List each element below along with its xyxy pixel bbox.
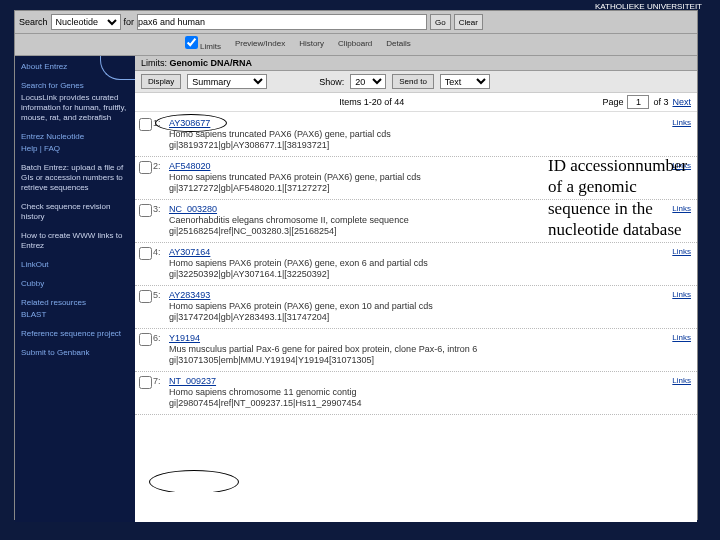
row-gi: gi|31747204|gb|AY283493.1|[31747204] (169, 312, 633, 322)
result-row: 5:AY283493Homo sapiens PAX6 protein (PAX… (135, 286, 697, 329)
display-button[interactable]: Display (141, 74, 181, 89)
search-input[interactable] (137, 14, 427, 30)
app-window: Search Nucleotide for Go Clear Limits Pr… (14, 10, 698, 520)
result-row: 1:AY308677Homo sapiens truncated PAX6 (P… (135, 114, 697, 157)
row-gi: gi|37127272|gb|AF548020.1|[37127272] (169, 183, 633, 193)
row-desc: Homo sapiens truncated PAX6 (PAX6) gene,… (169, 129, 633, 139)
results-list: 1:AY308677Homo sapiens truncated PAX6 (P… (135, 112, 697, 415)
row-gi: gi|25168254|ref|NC_003280.3|[25168254] (169, 226, 633, 236)
accession-link[interactable]: Y19194 (169, 333, 200, 343)
row-num: 3: (153, 204, 169, 236)
row-desc: Homo sapiens PAX6 protein (PAX6) gene, e… (169, 258, 633, 268)
sidebar-revhist[interactable]: Check sequence revision history (21, 202, 129, 222)
limits-label: Limits: (141, 58, 167, 68)
sendto-select[interactable]: Text (440, 74, 490, 89)
sidebar-linkout[interactable]: LinkOut (21, 260, 129, 270)
accession-link[interactable]: AY308677 (169, 118, 210, 128)
clear-button[interactable]: Clear (454, 14, 483, 30)
sidebar-refseq[interactable]: Reference sequence project (21, 329, 129, 339)
sidebar-related: Related resources (21, 298, 129, 308)
show-label: Show: (319, 77, 344, 87)
toolbar: Display Summary Show: 20 Send to Text (135, 71, 697, 93)
row-checkbox[interactable] (139, 118, 152, 131)
row-checkbox[interactable] (139, 290, 152, 303)
row-gi: gi|38193721|gb|AY308677.1|[38193721] (169, 140, 633, 150)
tab-history[interactable]: History (299, 39, 324, 48)
row-desc: Mus musculus partial Pax-6 gene for pair… (169, 344, 633, 354)
tab-clipboard[interactable]: Clipboard (338, 39, 372, 48)
sidebar-batch[interactable]: Batch Entrez: upload a file of GIs or ac… (21, 163, 129, 193)
accession-link[interactable]: NC_003280 (169, 204, 217, 214)
accession-link[interactable]: NT_009237 (169, 376, 216, 386)
row-checkbox[interactable] (139, 333, 152, 346)
links-link[interactable]: Links (672, 376, 691, 385)
next-link[interactable]: Next (672, 97, 691, 107)
tab-limits[interactable]: Limits (185, 36, 221, 51)
sidebar-help-faq[interactable]: Help | FAQ (21, 144, 129, 154)
row-desc: Caenorhabditis elegans chromosome II, co… (169, 215, 633, 225)
row-num: 7: (153, 376, 169, 408)
row-checkbox[interactable] (139, 247, 152, 260)
sidebar-search-genes-desc: LocusLink provides curated information f… (21, 93, 129, 123)
sidebar-cubby[interactable]: Cubby (21, 279, 129, 289)
row-num: 2: (153, 161, 169, 193)
links-link[interactable]: Links (672, 118, 691, 127)
accession-link[interactable]: AY283493 (169, 290, 210, 300)
row-gi: gi|29807454|ref|NT_009237.15|Hs11_299074… (169, 398, 633, 408)
pager: Items 1-20 of 44 Page of 3 Next (135, 93, 697, 112)
row-num: 1: (153, 118, 169, 150)
tab-preview[interactable]: Preview/Index (235, 39, 285, 48)
row-desc: Homo sapiens truncated PAX6 protein (PAX… (169, 172, 633, 182)
sidebar-wwwlinks[interactable]: How to create WWW links to Entrez (21, 231, 129, 251)
row-gi: gi|32250392|gb|AY307164.1|[32250392] (169, 269, 633, 279)
accession-link[interactable]: AF548020 (169, 161, 211, 171)
items-count: Items 1-20 of 44 (141, 97, 602, 107)
row-desc: Homo sapiens PAX6 protein (PAX6) gene, e… (169, 301, 633, 311)
sidebar-search-genes[interactable]: Search for Genes (21, 81, 129, 91)
links-link[interactable]: Links (672, 333, 691, 342)
result-row: 7:NT_009237Homo sapiens chromosome 11 ge… (135, 372, 697, 415)
sidebar-blast[interactable]: BLAST (21, 310, 129, 320)
sidebar-submit[interactable]: Submit to Genbank (21, 348, 129, 358)
result-row: 4:AY307164Homo sapiens PAX6 protein (PAX… (135, 243, 697, 286)
row-desc: Homo sapiens chromosome 11 genomic conti… (169, 387, 633, 397)
links-link[interactable]: Links (672, 290, 691, 299)
result-row: 6:Y19194Mus musculus partial Pax-6 gene … (135, 329, 697, 372)
go-button[interactable]: Go (430, 14, 451, 30)
limits-bar: Limits: Genomic DNA/RNA (135, 56, 697, 71)
sidebar: About Entrez Search for GenesLocusLink p… (15, 56, 135, 522)
row-checkbox[interactable] (139, 161, 152, 174)
row-checkbox[interactable] (139, 376, 152, 389)
tab-details[interactable]: Details (386, 39, 410, 48)
for-label: for (124, 17, 135, 27)
page-of: of 3 (653, 97, 668, 107)
row-num: 4: (153, 247, 169, 279)
limits-checkbox[interactable] (185, 36, 198, 49)
search-label: Search (19, 17, 48, 27)
show-select[interactable]: 20 (350, 74, 386, 89)
row-gi: gi|31071305|emb|MMU.Y19194|Y19194[310713… (169, 355, 633, 365)
sendto-button[interactable]: Send to (392, 74, 434, 89)
row-num: 6: (153, 333, 169, 365)
result-row: 2:AF548020Homo sapiens truncated PAX6 pr… (135, 157, 697, 200)
row-num: 5: (153, 290, 169, 322)
sidebar-about[interactable]: About Entrez (21, 62, 129, 72)
page-label: Page (602, 97, 623, 107)
search-bar: Search Nucleotide for Go Clear (15, 11, 697, 34)
sidebar-entrez-nuc: Entrez Nucleotide (21, 132, 129, 142)
result-row: 3:NC_003280Caenorhabditis elegans chromo… (135, 200, 697, 243)
page-input[interactable] (627, 95, 649, 109)
links-link[interactable]: Links (672, 204, 691, 213)
links-link[interactable]: Links (672, 161, 691, 170)
links-link[interactable]: Links (672, 247, 691, 256)
limits-value: Genomic DNA/RNA (170, 58, 253, 68)
row-checkbox[interactable] (139, 204, 152, 217)
annotation-circle-2 (149, 470, 239, 492)
accession-link[interactable]: AY307164 (169, 247, 210, 257)
db-select[interactable]: Nucleotide (51, 14, 121, 30)
main-panel: Limits: Genomic DNA/RNA Display Summary … (135, 56, 697, 522)
tab-bar: Limits Preview/Index History Clipboard D… (15, 34, 697, 56)
format-select[interactable]: Summary (187, 74, 267, 89)
